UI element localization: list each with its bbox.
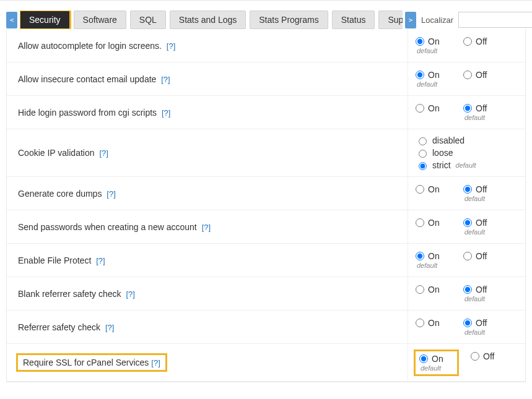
tab-sql[interactable]: SQL bbox=[130, 11, 166, 29]
row6-on-option[interactable]: On bbox=[416, 251, 440, 261]
setting-row: Enable File Protect [?]OndefaultOff bbox=[7, 244, 525, 277]
row8-on-radio[interactable] bbox=[416, 319, 424, 327]
setting-label-cell: Hide login password from cgi scripts [?] bbox=[7, 96, 408, 129]
row7-on-radio[interactable] bbox=[416, 285, 424, 294]
help-icon[interactable]: [?] bbox=[105, 323, 114, 332]
setting-row: Require SSL for cPanel Services [?]Ondef… bbox=[7, 344, 525, 382]
row3-strict-radio[interactable] bbox=[419, 162, 427, 170]
search-input[interactable] bbox=[458, 12, 532, 28]
row8-off-option[interactable]: Off bbox=[463, 318, 487, 328]
row2-on-label: On bbox=[428, 103, 440, 113]
options-cell: OndefaultOff bbox=[408, 62, 525, 95]
row4-off-label: Off bbox=[476, 184, 487, 194]
help-icon[interactable]: [?] bbox=[151, 358, 160, 367]
row8-off-label: Off bbox=[476, 318, 487, 328]
setting-label: Blank referrer safety check bbox=[18, 289, 121, 299]
options-cell: OndefaultOff bbox=[408, 244, 525, 277]
row8-off-radio[interactable] bbox=[463, 319, 472, 327]
setting-row: Blank referrer safety check [?]OnOffdefa… bbox=[7, 277, 525, 311]
tabs-strip: SecuritySoftwareSQLStats and LogsStats P… bbox=[20, 11, 403, 29]
row9-default-label: default bbox=[421, 364, 441, 372]
tabs-scroll-left[interactable]: < bbox=[6, 12, 17, 28]
row7-on-option[interactable]: On bbox=[416, 285, 440, 294]
setting-label: Send passwords when creating a new accou… bbox=[18, 222, 197, 232]
tab-software[interactable]: Software bbox=[74, 11, 126, 29]
row7-off-radio[interactable] bbox=[463, 285, 472, 294]
setting-label: Generate core dumps bbox=[18, 189, 102, 199]
help-icon[interactable]: [?] bbox=[161, 75, 170, 84]
options-cell: OndefaultOff bbox=[408, 29, 525, 62]
row9-on-option[interactable]: On bbox=[419, 354, 443, 364]
tab-stats-and-logs[interactable]: Stats and Logs bbox=[170, 11, 246, 29]
setting-label: Hide login password from cgi scripts bbox=[18, 108, 157, 118]
setting-label-cell: Require SSL for cPanel Services [?] bbox=[7, 344, 408, 381]
row0-on-label: On bbox=[428, 36, 440, 46]
row5-on-option[interactable]: On bbox=[416, 218, 440, 228]
options-cell: OnOffdefault bbox=[408, 277, 525, 310]
help-icon[interactable]: [?] bbox=[126, 290, 134, 299]
row7-off-label: Off bbox=[476, 285, 487, 294]
row2-on-option[interactable]: On bbox=[416, 103, 440, 113]
help-icon[interactable]: [?] bbox=[162, 108, 170, 118]
row4-on-radio[interactable] bbox=[416, 185, 424, 194]
tabs-scroll-right[interactable]: > bbox=[405, 12, 416, 28]
row6-off-option[interactable]: Off bbox=[463, 251, 487, 261]
row4-on-option[interactable]: On bbox=[416, 184, 440, 194]
row4-off-radio[interactable] bbox=[463, 185, 472, 194]
setting-label: Allow insecure contact email update bbox=[18, 74, 156, 84]
tab-support[interactable]: Support bbox=[378, 11, 403, 29]
row7-on-label: On bbox=[428, 285, 440, 294]
help-icon[interactable]: [?] bbox=[202, 223, 211, 232]
row1-off-radio[interactable] bbox=[463, 71, 472, 79]
row0-off-option[interactable]: Off bbox=[463, 36, 487, 46]
row9-off-radio[interactable] bbox=[471, 352, 479, 361]
row1-on-option[interactable]: On bbox=[416, 70, 440, 80]
tab-status[interactable]: Status bbox=[332, 11, 375, 29]
row0-on-option[interactable]: On bbox=[416, 36, 440, 46]
row0-off-radio[interactable] bbox=[463, 37, 472, 46]
options-cell: OnOffdefault bbox=[408, 210, 525, 243]
row1-on-radio[interactable] bbox=[416, 71, 424, 79]
help-icon[interactable]: [?] bbox=[99, 148, 108, 158]
row9-on-radio[interactable] bbox=[419, 354, 428, 363]
row5-on-radio[interactable] bbox=[416, 218, 424, 227]
row8-on-label: On bbox=[428, 318, 440, 328]
row3-default-label: default bbox=[456, 161, 476, 169]
setting-label-cell: Cookie IP validation [?] bbox=[7, 129, 408, 176]
row1-off-label: Off bbox=[476, 70, 487, 80]
setting-row: Send passwords when creating a new accou… bbox=[7, 210, 525, 244]
row2-off-radio[interactable] bbox=[463, 104, 472, 113]
setting-label: Cookie IP validation bbox=[18, 148, 94, 158]
row6-default-label: default bbox=[417, 262, 437, 269]
help-icon[interactable]: [?] bbox=[96, 256, 105, 265]
row0-on-radio[interactable] bbox=[416, 37, 424, 46]
help-icon[interactable]: [?] bbox=[107, 189, 115, 199]
help-icon[interactable]: [?] bbox=[167, 41, 175, 51]
row2-default-label: default bbox=[464, 114, 485, 121]
row3-disabled-label: disabled bbox=[432, 135, 464, 145]
row5-off-label: Off bbox=[476, 218, 487, 228]
row6-off-radio[interactable] bbox=[463, 252, 472, 260]
setting-row: Hide login password from cgi scripts [?]… bbox=[7, 96, 525, 129]
row9-off-option[interactable]: Off bbox=[471, 351, 494, 361]
setting-label: Enable File Protect bbox=[18, 255, 91, 265]
tab-security[interactable]: Security bbox=[20, 11, 70, 29]
row3-loose-radio[interactable] bbox=[419, 150, 427, 158]
row8-on-option[interactable]: On bbox=[416, 318, 440, 328]
setting-row: Referrer safety check [?]OnOffdefault bbox=[7, 311, 525, 344]
row5-off-radio[interactable] bbox=[463, 218, 472, 227]
row7-off-option[interactable]: Off bbox=[463, 285, 487, 294]
row6-on-label: On bbox=[428, 251, 440, 261]
setting-label-cell: Allow autocomplete for login screens. [?… bbox=[7, 29, 408, 62]
row6-off-label: Off bbox=[476, 251, 487, 261]
tab-stats-programs[interactable]: Stats Programs bbox=[250, 11, 328, 29]
row9-off-label: Off bbox=[483, 351, 494, 361]
row2-on-radio[interactable] bbox=[416, 104, 424, 113]
row1-off-option[interactable]: Off bbox=[463, 70, 487, 80]
row6-on-radio[interactable] bbox=[416, 252, 424, 260]
row5-off-option[interactable]: Off bbox=[463, 218, 487, 228]
row2-off-option[interactable]: Off bbox=[463, 103, 487, 113]
row4-off-option[interactable]: Off bbox=[463, 184, 487, 194]
row1-on-label: On bbox=[428, 70, 440, 80]
row3-disabled-radio[interactable] bbox=[419, 137, 427, 145]
